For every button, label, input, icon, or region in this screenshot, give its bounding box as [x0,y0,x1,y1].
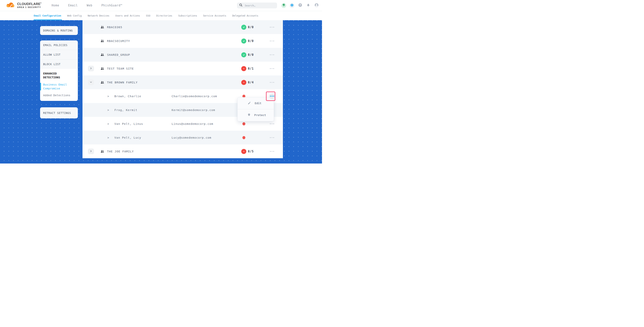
group-name: THE BROWN FAMILY [107,81,138,84]
member-arrow: > [108,95,109,98]
member-name: Frog, Kermit [114,108,137,112]
search-box[interactable] [237,2,277,8]
protected-count: 0/1 [248,67,254,70]
member-name: Van Pelt, Linus [114,122,143,125]
tab-service-accounts[interactable]: Service Accounts [203,11,226,20]
tab-sso[interactable]: SSO [146,11,150,20]
group-name: THE JOE FAMILY [107,150,134,153]
member-email: Kermit@somedemocorp.com [172,108,215,112]
tab-network-devices[interactable]: Network Devices [88,11,109,20]
sidebar-item-email-policies[interactable]: EMAIL POLICIES [40,40,78,50]
tab-email-configuration[interactable]: Email Configuration [34,11,61,20]
group-row[interactable]: THE JOE FAMILY0/5 [82,144,283,158]
account-button[interactable] [314,3,319,8]
pencil-icon [247,101,251,106]
protected-status-badge [241,52,246,57]
member-row[interactable]: >Van Pelt, LucyLucy@somedemocorp.com [82,131,283,144]
people-icon [100,80,104,84]
shield-icon [247,113,251,117]
menu-item-edit[interactable]: Edit [238,97,274,109]
sidebar-label: EMAIL POLICIES [40,43,68,47]
row-more-button[interactable] [269,54,275,55]
sidebar-link-business-email-compromise[interactable]: Business Email Compromise [43,83,72,91]
settings-gear-button[interactable] [290,3,294,8]
row-more-button[interactable] [269,40,275,41]
help-button[interactable]: ? [298,3,302,8]
group-row[interactable]: TEST TEAM SITE0/1 [82,62,283,75]
row-more-button[interactable] [269,27,275,28]
protected-status-badge [241,38,246,43]
chevron-down-icon [90,80,92,84]
sidebar-item-retract-settings[interactable]: RETRACT SETTINGS [40,107,78,118]
member-arrow: > [108,136,109,139]
tab-users-and-actions[interactable]: Users and Actions [116,11,140,20]
row-more-button[interactable] [269,137,275,138]
protected-count: 0/0 [248,53,254,56]
protected-count: 0/0 [248,39,254,43]
svg-text:?: ? [300,4,301,6]
group-name: RBACO365 [107,26,122,29]
member-email: Charlie@somedemocorp.com [172,95,217,98]
menu-item-label: Edit [255,102,262,105]
people-icon [100,149,104,153]
enhanced-detections-section: ENHANCED DETECTIONS Business Email Compr… [40,69,78,101]
sidebar-item-domains-routing[interactable]: DOMAINS & ROUTING [40,26,78,35]
member-email: Lucy@somedemocorp.com [172,136,211,139]
shield-check-icon [282,3,286,8]
expand-row-button[interactable] [88,66,94,71]
sidebar-label: BLOCK LIST [40,63,60,66]
row-more-button[interactable] [269,68,275,69]
topnav-link-web[interactable]: Web [86,4,92,7]
content-background: DOMAINS & ROUTING EMAIL POLICIESALLOW LI… [0,20,322,163]
brand-subtitle: AREA 1 SECURITY [17,6,42,8]
protected-status-badge [241,25,246,30]
app-window: CLOUDFLARE® AREA 1 SECURITY HomeEmailWeb… [0,0,322,163]
topnav-link-phishguard-[interactable]: PhishGuard™ [101,4,122,7]
group-row[interactable]: RBACO3650/0 [82,20,283,34]
sidebar-link-added-detections[interactable]: Added Detections [43,93,72,97]
enhanced-detections-title: ENHANCED DETECTIONS [43,71,72,79]
group-row[interactable]: SHARED_GROUP0/0 [82,48,283,62]
search-input[interactable] [244,4,272,7]
member-email: Linus@somedemocorp.com [172,122,213,125]
sidebar-item-block-list[interactable]: BLOCK LIST [40,59,78,69]
row-more-button[interactable] [269,82,275,83]
unprotected-status-badge [241,66,246,71]
people-icon [100,53,104,56]
chevron-right-icon [90,67,92,70]
protected-count: 0/4 [248,81,254,84]
tab-web-config[interactable]: Web Config [67,11,82,20]
tab-directories[interactable]: Directories [156,11,172,20]
topnav-link-home[interactable]: Home [52,4,59,7]
group-name: SHARED_GROUP [107,53,130,56]
shield-check-button[interactable] [281,3,286,8]
settings-sidebar: DOMAINS & ROUTING EMAIL POLICIESALLOW LI… [40,26,78,118]
sidebar-label: ALLOW LIST [40,53,60,56]
expand-row-button[interactable] [88,149,94,154]
row-context-menu: EditProtect [237,97,274,121]
group-row[interactable]: THE BROWN FAMILY0/4 [82,75,283,89]
row-more-button[interactable] [269,151,275,152]
cloudflare-brand[interactable]: CLOUDFLARE® AREA 1 SECURITY [6,2,42,9]
collapse-row-button[interactable] [88,79,94,85]
people-icon [100,67,104,70]
sidebar-item-allow-list[interactable]: ALLOW LIST [40,50,78,59]
tab-subscriptions[interactable]: Subscriptions [178,11,197,20]
menu-item-label: Protect [254,113,266,117]
unprotected-status-badge [241,80,246,85]
member-arrow: > [108,108,109,112]
group-row[interactable]: RBACSECURITY0/0 [82,34,283,48]
row-more-button[interactable] [269,123,275,124]
email-policies-card: EMAIL POLICIESALLOW LISTBLOCK LIST ENHAN… [40,40,78,101]
sidebar-label: DOMAINS & ROUTING [40,29,73,32]
topnav-link-email[interactable]: Email [68,4,78,7]
settings-gear-icon [290,3,294,8]
row-more-button-active[interactable] [269,93,275,99]
sidebar-label: RETRACT SETTINGS [40,111,71,114]
menu-item-protect[interactable]: Protect [238,109,274,121]
tab-delegated-accounts[interactable]: Delegated Accounts [232,11,258,20]
member-name: Brown, Charlie [114,95,141,98]
unprotected-dot [242,122,245,125]
notifications-bell-button[interactable] [306,3,311,8]
config-subnav: Email ConfigurationWeb ConfigNetwork Dev… [0,11,322,20]
